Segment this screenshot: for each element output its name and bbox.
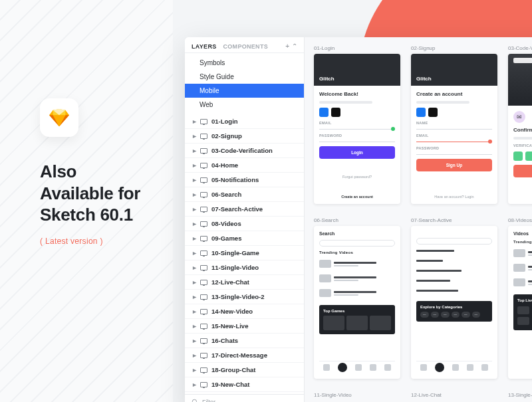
sketch-window: LAYERS COMPONENTS + ⌃ Symbols Style Guid… <box>185 37 532 402</box>
list-item[interactable]: ▶03-Code-Verification <box>185 144 304 158</box>
hero-subtitle: ( Latest version ) <box>40 237 180 246</box>
add-icon[interactable]: + <box>285 43 289 50</box>
artboard-label: 11-Single-Video <box>314 392 400 398</box>
artboard-icon <box>200 382 207 387</box>
artboard-icon <box>200 119 207 124</box>
list-item[interactable]: ▶04-Home <box>185 158 304 173</box>
artboard-icon <box>200 192 207 197</box>
list-item[interactable]: ▶17-Direct-Message <box>185 348 304 363</box>
tab-layers[interactable]: LAYERS <box>192 43 216 50</box>
layers-panel: LAYERS COMPONENTS + ⌃ Symbols Style Guid… <box>185 37 305 402</box>
filter-icon <box>192 399 198 402</box>
list-item[interactable]: ▶16-Chats <box>185 334 304 348</box>
artboard-label: 07-Search-Active <box>411 217 497 223</box>
artboard-icon <box>200 236 207 241</box>
mail-icon: ✉ <box>513 111 525 123</box>
sketch-app-icon <box>40 98 78 137</box>
list-item[interactable]: ▶05-Notifications <box>185 173 304 187</box>
app-header: Glitch <box>314 54 400 86</box>
artboard-icon <box>200 265 207 270</box>
app-header: Glitch <box>411 54 497 86</box>
search-input <box>416 238 492 245</box>
artboard-icon <box>200 294 207 300</box>
artboard-label: 02-Signup <box>411 45 497 51</box>
artboard-thumb[interactable]: 03-Code-Verification ✉ Confirm your emai… <box>508 45 532 204</box>
hero-photo <box>508 54 532 106</box>
list-item[interactable]: ▶10-Single-Game <box>185 246 304 260</box>
list-item[interactable]: ▶07-Search-Active <box>185 202 304 217</box>
tab-bar <box>416 361 492 373</box>
filter-placeholder: Filter <box>202 399 215 402</box>
list-item[interactable]: ▶06-Search <box>185 187 304 202</box>
screen-heading: Welcome Back! <box>319 91 395 97</box>
artboard-icon <box>200 163 207 168</box>
artboard-label: 03-Code-Verification <box>508 45 532 51</box>
page-symbols[interactable]: Symbols <box>185 56 304 70</box>
artboard-icon <box>200 280 207 285</box>
list-item[interactable]: ▶01-Login <box>185 114 304 129</box>
artboard-thumb[interactable]: 06-Search Search Trending Videos Top Gam… <box>314 217 400 379</box>
artboard-label: 13-Single-Video-2 <box>508 392 532 398</box>
page-web[interactable]: Web <box>185 98 304 112</box>
screen-heading: Create an account <box>416 91 492 97</box>
artboard-thumb[interactable]: 13-Single-Video-2 <box>508 392 532 401</box>
login-button: Login <box>319 146 395 159</box>
artboard-icon <box>200 251 207 256</box>
collapse-icon[interactable]: ⌃ <box>292 43 297 50</box>
confirm-button: Confirm <box>513 165 532 177</box>
list-item[interactable]: ▶13-Single-Video-2 <box>185 290 304 304</box>
artboard-label: 12-Live-Chat <box>411 392 497 398</box>
artboard-icon <box>200 367 207 373</box>
page-mobile[interactable]: Mobile <box>185 84 304 98</box>
list-item[interactable]: ▶15-New-Live <box>185 319 304 334</box>
list-item[interactable]: ▶12-Live-Chat <box>185 275 304 290</box>
list-item[interactable]: ▶08-Videos <box>185 217 304 231</box>
screen-heading: Search <box>319 231 395 236</box>
canvas[interactable]: 01-Login Glitch Welcome Back! EMAIL PASS… <box>305 37 532 402</box>
artboard-icon <box>200 134 207 139</box>
tab-components[interactable]: COMPONENTS <box>223 43 268 50</box>
artboard-icon <box>200 353 207 358</box>
list-item[interactable]: ▶11-Single-Video <box>185 260 304 275</box>
artboard-icon <box>200 177 207 183</box>
tab-bar <box>319 361 395 373</box>
artboard-label: 08-Videos <box>508 217 532 223</box>
artboard-icon <box>200 309 207 314</box>
hero-title: Also Available for Sketch 60.1 <box>40 161 180 226</box>
panel-tabs: LAYERS COMPONENTS + ⌃ <box>185 37 304 53</box>
artboard-thumb[interactable]: 02-Signup Glitch Create an account NAME … <box>411 45 497 204</box>
signup-button: Sign Up <box>416 159 492 171</box>
artboard-thumb[interactable]: 01-Login Glitch Welcome Back! EMAIL PASS… <box>314 45 400 204</box>
artboard-thumb[interactable]: 11-Single-Video <box>314 392 400 401</box>
artboard-icon <box>200 221 207 227</box>
list-item[interactable]: ▶19-New-Chat <box>185 377 304 392</box>
artboard-icon <box>200 324 207 329</box>
filter-input[interactable]: Filter <box>185 394 304 402</box>
artboard-thumb[interactable]: 08-Videos Videos Trending Now Top Lives <box>508 217 532 379</box>
svg-point-0 <box>192 399 196 402</box>
artboard-label: 06-Search <box>314 217 400 223</box>
screen-heading: Videos <box>513 231 532 236</box>
artboard-icon <box>200 207 207 212</box>
artboard-thumb[interactable]: 12-Live-Chat <box>411 392 497 401</box>
list-item[interactable]: ▶14-New-Video <box>185 304 304 319</box>
list-item[interactable]: ▶18-Group-Chat <box>185 363 304 377</box>
hero-block: Also Available for Sketch 60.1 ( Latest … <box>40 98 180 246</box>
list-item[interactable]: ▶02-Signup <box>185 129 304 144</box>
list-item[interactable]: ▶09-Games <box>185 231 304 246</box>
artboard-thumb[interactable]: 07-Search-Active Explore by Categories —… <box>411 217 497 379</box>
screen-heading: Confirm your email! <box>513 127 532 133</box>
page-list: Symbols Style Guide Mobile Web <box>185 53 304 114</box>
artboard-label: 01-Login <box>314 45 400 51</box>
artboard-icon <box>200 148 207 153</box>
search-input <box>319 240 395 247</box>
artboard-icon <box>200 338 207 344</box>
artboard-list: ▶01-Login ▶02-Signup ▶03-Code-Verificati… <box>185 114 304 394</box>
page-style-guide[interactable]: Style Guide <box>185 70 304 84</box>
